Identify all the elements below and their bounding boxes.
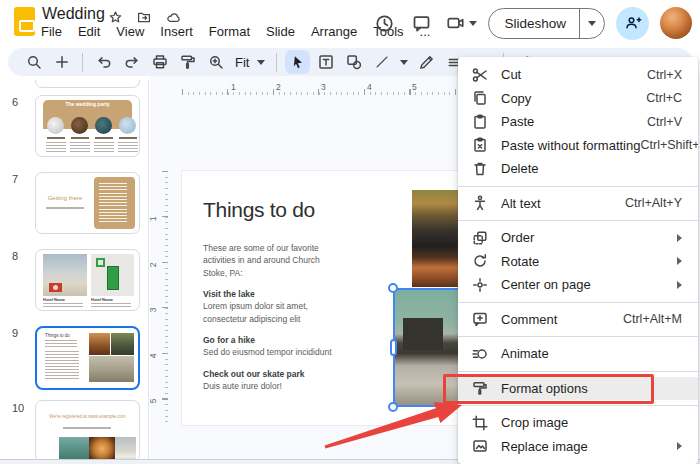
submenu-arrow-icon: [677, 257, 682, 265]
menu-item-paste[interactable]: Paste Ctrl+V: [458, 110, 698, 134]
text-placeholder: [94, 142, 114, 152]
menu-slide[interactable]: Slide: [266, 24, 295, 39]
menu-item-rotate[interactable]: Rotate: [458, 250, 698, 274]
cloud-status-icon[interactable]: [165, 10, 182, 25]
add-comment-icon: [471, 310, 489, 328]
directions-panel: [94, 177, 135, 229]
account-avatar[interactable]: [660, 7, 692, 39]
canoe-photo: [59, 437, 89, 460]
menu-item-label: Center on page: [501, 277, 591, 292]
menu-item-label: Replace image: [501, 439, 588, 454]
menu-item-crop-image[interactable]: Crop image: [458, 411, 698, 435]
rotate-icon: [471, 252, 489, 270]
menu-insert[interactable]: Insert: [160, 24, 193, 39]
slide-title[interactable]: Things to do: [203, 198, 315, 222]
portrait-photo: [119, 117, 136, 134]
portrait-photo: [71, 117, 88, 134]
line-tool-button[interactable]: [369, 50, 394, 74]
menu-item-delete[interactable]: Delete: [458, 157, 698, 181]
slide-thumbnail-9-selected[interactable]: Things to do: [35, 326, 140, 390]
comment-history-icon[interactable]: [408, 10, 434, 36]
slide-thumbnail-6[interactable]: The wedding party: [35, 95, 140, 157]
menu-item-cut[interactable]: Cut Ctrl+X: [458, 63, 698, 87]
menu-item-shortcut: Ctrl+Alt+M: [623, 312, 682, 326]
menu-separator: [458, 186, 698, 187]
star-icon[interactable]: [108, 10, 123, 25]
selection-handle-middle-left[interactable]: [390, 339, 397, 356]
section-heading: Visit the lake: [203, 288, 335, 300]
menu-separator: [458, 405, 698, 406]
shape-tool-button[interactable]: [341, 50, 366, 74]
redo-button[interactable]: [119, 50, 144, 74]
text-box-button[interactable]: [313, 50, 338, 74]
thumb10-title: We're registered at www.example.com: [36, 414, 139, 419]
text-placeholder: [71, 137, 89, 139]
select-tool-button[interactable]: [285, 50, 310, 74]
menu-separator: [458, 371, 698, 372]
menu-item-comment[interactable]: Comment Ctrl+Alt+M: [458, 308, 698, 332]
menu-file[interactable]: File: [41, 24, 62, 39]
trash-icon: [471, 160, 489, 178]
section-heading: Check out our skate park: [203, 368, 335, 380]
share-button[interactable]: [616, 7, 649, 40]
print-button[interactable]: [147, 50, 172, 74]
menu-item-copy[interactable]: Copy Ctrl+C: [458, 87, 698, 111]
scribble-tool-button[interactable]: [414, 50, 439, 74]
menu-item-order[interactable]: Order: [458, 226, 698, 250]
zoom-button[interactable]: [203, 50, 228, 74]
text-box-icon: [317, 53, 335, 71]
menu-edit[interactable]: Edit: [78, 24, 100, 39]
text-placeholder: [63, 427, 111, 429]
slide-intro: These are some of our favorite activitie…: [203, 242, 335, 279]
order-icon: [471, 229, 489, 247]
submenu-arrow-icon: [677, 281, 682, 289]
menu-item-shortcut: Ctrl+Alt+Y: [625, 196, 682, 210]
meet-button[interactable]: [445, 13, 477, 33]
menu-item-label: Rotate: [501, 254, 539, 269]
menu-item-paste-without-formatting[interactable]: Paste without formatting Ctrl+Shift+V: [458, 134, 698, 158]
slideshow-dropdown[interactable]: [579, 9, 604, 38]
undo-button[interactable]: [91, 50, 116, 74]
menu-item-animate[interactable]: Animate: [458, 342, 698, 366]
menu-item-shortcut: Ctrl+X: [647, 68, 682, 82]
slide-body-text[interactable]: These are some of our favorite activitie…: [203, 242, 335, 392]
person-add-icon: [624, 14, 642, 32]
google-slides-window: Wedding File Edit View Insert Format Sli…: [0, 0, 700, 464]
menu-item-replace-image[interactable]: Replace image: [458, 435, 698, 459]
fit-dropdown-icon[interactable]: [254, 60, 268, 65]
move-folder-icon[interactable]: [136, 10, 152, 25]
menu-item-shortcut: Ctrl+Shift+V: [640, 138, 698, 152]
slide-thumbnail-8[interactable]: Hotel Name Hotel Name: [35, 249, 140, 311]
slide-number-10: 10: [12, 402, 24, 414]
selection-handle-top-left[interactable]: [388, 283, 398, 293]
line-dropdown-icon[interactable]: [397, 60, 411, 65]
paint-format-button[interactable]: [175, 50, 200, 74]
text-placeholder: [43, 303, 83, 308]
menu-view[interactable]: View: [116, 24, 144, 39]
trees-photo: [111, 333, 134, 355]
redo-icon: [123, 53, 141, 71]
section-body: Sed do eiusmod tempor incididunt: [203, 346, 335, 358]
new-slide-button[interactable]: [49, 50, 74, 74]
zoom-in-icon: [207, 53, 225, 71]
version-history-icon[interactable]: [371, 10, 397, 36]
slide-thumbnail-10[interactable]: We're registered at www.example.com: [35, 400, 140, 460]
text-placeholder: [119, 137, 137, 139]
zoom-fit-select[interactable]: Fit: [231, 55, 251, 70]
text-placeholder: [99, 183, 127, 223]
clipboard-x-icon: [471, 136, 489, 154]
menu-item-alt-text[interactable]: Alt text Ctrl+Alt+Y: [458, 192, 698, 216]
slide-thumbnail-5-partial[interactable]: [35, 80, 140, 88]
slide-number-9: 9: [12, 327, 18, 339]
search-menus-button[interactable]: [21, 50, 46, 74]
accessibility-icon: [471, 194, 489, 212]
menu-format[interactable]: Format: [209, 24, 250, 39]
line-icon: [374, 54, 390, 70]
slides-logo-icon[interactable]: [14, 7, 35, 36]
menu-item-label: Cut: [501, 67, 521, 82]
document-title[interactable]: Wedding: [42, 5, 105, 23]
menu-arrange[interactable]: Arrange: [311, 24, 357, 39]
slide-thumbnail-7[interactable]: Getting there: [35, 172, 140, 234]
menu-item-center-on-page[interactable]: Center on page: [458, 273, 698, 297]
slideshow-button[interactable]: Slideshow: [489, 9, 579, 38]
